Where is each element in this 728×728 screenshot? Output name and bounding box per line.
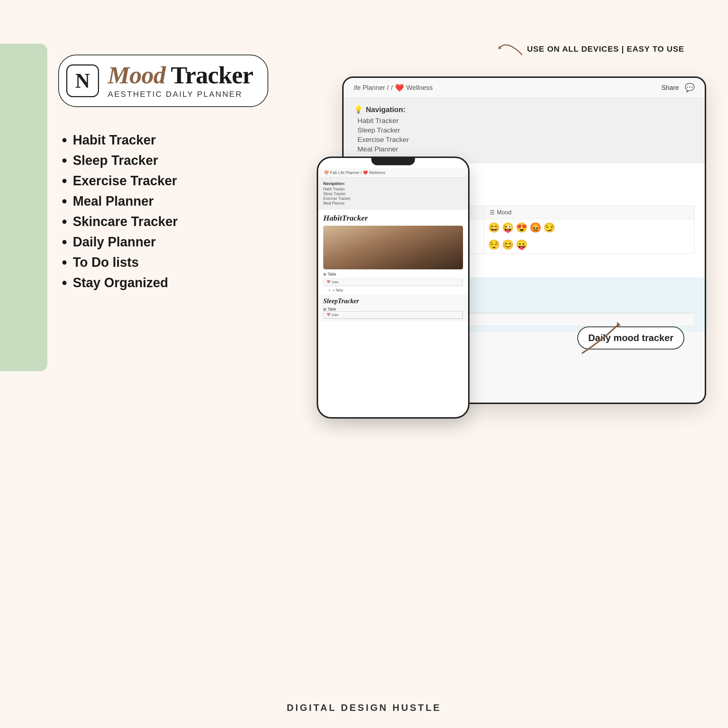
phone-new-row[interactable]: + + New xyxy=(323,286,463,294)
feature-sleep-tracker: Sleep Tracker xyxy=(62,153,320,168)
phone-tracker-image xyxy=(323,226,463,269)
phone-table-icon: ⊞ xyxy=(323,272,326,276)
phone-nav-exercise[interactable]: Exercise Tracker xyxy=(323,197,463,200)
list-icon: ☰ xyxy=(489,209,495,216)
nav-meal-planner[interactable]: Meal Planner xyxy=(358,145,694,153)
heart-icon: ❤️ xyxy=(395,83,404,92)
emoji-smirk: 😏 xyxy=(543,222,555,233)
phone-sleep-date-col: 📅 Date xyxy=(324,312,463,318)
feature-exercise-tracker: Exercise Tracker xyxy=(62,173,320,188)
curved-arrow-mood-icon xyxy=(561,317,633,360)
bulb-icon: 💡 xyxy=(354,105,363,114)
feature-daily-planner: Daily Planner xyxy=(62,234,320,250)
phone-mockup: 🍄 Fab Life Planner / ❤️ Wellness Navigat… xyxy=(317,156,470,419)
phone-nav-meal[interactable]: Meal Planner xyxy=(323,201,463,205)
phone-content: Navigation: Habit Tracker Sleep Tracker … xyxy=(318,177,468,322)
phone-sleep-title: SleepTracker xyxy=(323,297,463,305)
feature-list: Habit Tracker Sleep Tracker Exercise Tra… xyxy=(58,133,320,291)
mood-column: ☰ Mood 😄 😜 😍 😡 😏 xyxy=(484,206,694,254)
phone-nav-sleep[interactable]: Sleep Tracker xyxy=(323,192,463,196)
emoji-wink: 😜 xyxy=(502,222,514,233)
phone-cols: 📅 Date xyxy=(323,278,463,286)
emoji-angry: 😡 xyxy=(530,222,541,233)
svg-marker-1 xyxy=(617,322,621,327)
feature-habit-tracker: Habit Tracker xyxy=(62,133,320,148)
emoji-smile: 😊 xyxy=(502,239,514,251)
emoji-row-1: 😄 😜 😍 😡 😏 xyxy=(484,219,694,236)
phone-sleep-section: SleepTracker ⊞ Table 📅 Date xyxy=(318,294,468,322)
main-title: Mood Tracker xyxy=(108,63,253,87)
breadcrumb: ife Planner / / ❤️ Wellness xyxy=(354,83,433,92)
green-accent-block xyxy=(0,44,47,371)
feature-skincare-tracker: Skincare Tracker xyxy=(62,214,320,229)
emoji-relieved: 😌 xyxy=(488,239,500,251)
notion-actions: Share 💬 xyxy=(661,83,694,92)
annotation-container: USE ON ALL DEVICES | EASY TO USE xyxy=(497,37,684,58)
nav-title: 💡 Navigation: xyxy=(354,105,694,114)
phone-sleep-cal: 📅 xyxy=(327,313,330,317)
nav-habit-tracker[interactable]: Habit Tracker xyxy=(358,117,694,125)
tracker-word: Tracker xyxy=(171,61,253,89)
emoji-tongue: 😛 xyxy=(516,239,528,251)
mood-header: ☰ Mood xyxy=(484,206,694,219)
nav-items-list: Habit Tracker Sleep Tracker Exercise Tra… xyxy=(354,117,694,153)
emoji-row-2: 😌 😊 😛 xyxy=(484,236,694,253)
phone-date-col: 📅 Date xyxy=(324,279,463,286)
phone-table-header: ⊞ Table xyxy=(323,272,463,276)
phone-sleep-table-header: ⊞ Table xyxy=(323,307,463,311)
right-panel: USE ON ALL DEVICES | EASY TO USE ife Pla… xyxy=(306,29,706,430)
annotation-text: USE ON ALL DEVICES | EASY TO USE xyxy=(527,44,684,54)
feature-meal-planner: Meal Planner xyxy=(62,194,320,209)
mood-word: Mood xyxy=(108,61,165,89)
phone-cal-icon: 📅 xyxy=(327,280,330,284)
feature-stay-organized: Stay Organized xyxy=(62,275,320,291)
emoji-happy: 😄 xyxy=(488,222,500,233)
phone-habit-section: HabitTracker ⊞ Table 📅 Date xyxy=(318,210,468,294)
phone-header: 🍄 Fab Life Planner / ❤️ Wellness xyxy=(318,168,468,177)
feature-todo-lists: To Do lists xyxy=(62,255,320,270)
phone-nav-habit[interactable]: Habit Tracker xyxy=(323,187,463,191)
phone-nav-block: Navigation: Habit Tracker Sleep Tracker … xyxy=(318,177,468,210)
phone-breadcrumb: 🍄 Fab Life Planner / ❤️ Wellness xyxy=(324,170,385,175)
phone-notch xyxy=(371,158,415,165)
nav-sleep-tracker[interactable]: Sleep Tracker xyxy=(358,126,694,134)
phone-habit-title: HabitTracker xyxy=(323,213,463,223)
title-block: Mood Tracker AESTHETIC DAILY PLANNER xyxy=(108,63,253,99)
notion-header: ife Planner / / ❤️ Wellness Share 💬 xyxy=(344,78,705,98)
logo-title-container: N Mood Tracker AESTHETIC DAILY PLANNER xyxy=(58,55,268,107)
brand-footer: DIGITAL DESIGN HUSTLE xyxy=(287,702,442,713)
comment-icon[interactable]: 💬 xyxy=(685,83,694,92)
notion-logo-icon: N xyxy=(66,64,99,97)
left-panel: N Mood Tracker AESTHETIC DAILY PLANNER H… xyxy=(58,55,320,295)
nav-exercise-tracker[interactable]: Exercise Tracker xyxy=(358,136,694,144)
phone-nav-items: Habit Tracker Sleep Tracker Exercise Tra… xyxy=(323,187,463,205)
curved-arrow-icon xyxy=(497,37,526,58)
phone-sleep-cols: 📅 Date xyxy=(323,311,463,319)
subtitle: AESTHETIC DAILY PLANNER xyxy=(108,90,253,99)
emoji-love: 😍 xyxy=(516,222,528,233)
phone-sleep-icon: ⊞ xyxy=(323,307,326,311)
nav-block: 💡 Navigation: Habit Tracker Sleep Tracke… xyxy=(344,98,705,164)
